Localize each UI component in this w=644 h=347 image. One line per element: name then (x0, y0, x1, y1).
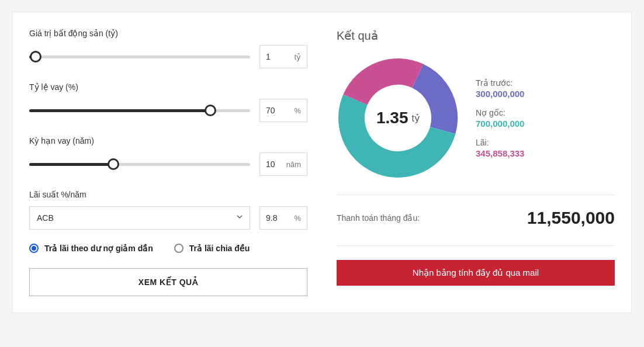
legend-upfront-value: 300,000,000 (476, 89, 524, 99)
radio-equal-label: Trả lãi chia đều (189, 244, 250, 253)
legend-upfront-label: Trả trước: (476, 78, 524, 88)
loan-ratio-unit: % (294, 106, 301, 115)
first-month-row: Thanh toán tháng đầu: 11,550,000 (337, 195, 615, 246)
interest-rate-unit: % (294, 214, 301, 223)
legend-upfront: Trả trước: 300,000,000 (476, 78, 524, 99)
first-month-value: 11,550,000 (527, 208, 615, 228)
legend-interest: Lãi: 345,858,333 (476, 138, 524, 158)
bank-select-value: ACB (37, 213, 54, 223)
property-value-slider[interactable] (29, 51, 250, 63)
loan-ratio-label: Tỷ lệ vay (%) (29, 82, 307, 92)
radio-declining-label: Trả lãi theo dư nợ giảm dần (44, 244, 153, 253)
calculator-container: Giá trị bất động sản (tỷ) tỷ Tỷ lệ vay (… (12, 12, 632, 313)
loan-term-field: Kỳ hạn vay (năm) năm (29, 136, 307, 176)
result-title: Kết quả (337, 29, 615, 43)
loan-term-slider[interactable] (29, 158, 250, 170)
interest-rate-field: Lãi suất %/năm ACB % (29, 190, 307, 230)
interest-rate-input[interactable] (266, 213, 290, 223)
loan-term-label: Kỳ hạn vay (năm) (29, 136, 307, 145)
form-panel: Giá trị bất động sản (tỷ) tỷ Tỷ lệ vay (… (29, 29, 313, 296)
mail-button[interactable]: Nhận bảng tính đầy đủ qua mail (337, 260, 615, 286)
property-value-label: Giá trị bất động sản (tỷ) (29, 29, 307, 38)
loan-term-unit: năm (286, 160, 301, 169)
property-value-input[interactable] (266, 52, 290, 61)
chevron-down-icon (237, 215, 243, 221)
radio-unchecked-icon (174, 244, 183, 253)
donut-total-unit: tỷ (412, 113, 420, 124)
loan-ratio-slider[interactable] (29, 105, 250, 116)
property-value-unit: tỷ (294, 53, 301, 61)
loan-ratio-field: Tỷ lệ vay (%) % (29, 82, 307, 122)
view-result-button[interactable]: XEM KẾT QUẢ (29, 268, 307, 296)
loan-ratio-input[interactable] (266, 106, 290, 115)
payment-type-radios: Trả lãi theo dư nợ giảm dần Trả lãi chia… (29, 244, 307, 253)
radio-equal-payment[interactable]: Trả lãi chia đều (174, 244, 250, 253)
legend-principal-label: Nợ gốc: (476, 108, 524, 117)
legend-interest-label: Lãi: (476, 138, 524, 147)
result-panel: Kết quả 1.35 tỷ Trả trước: (331, 29, 615, 296)
interest-rate-label: Lãi suất %/năm (29, 190, 307, 199)
legend-interest-value: 345,858,333 (476, 148, 524, 158)
result-legend: Trả trước: 300,000,000 Nợ gốc: 700,000,0… (476, 78, 524, 158)
loan-term-input[interactable] (266, 159, 283, 169)
legend-principal-value: 700,000,000 (476, 119, 524, 129)
donut-total-value: 1.35 (376, 109, 408, 127)
bank-select[interactable]: ACB (29, 206, 250, 230)
donut-chart: 1.35 tỷ (337, 57, 459, 179)
legend-principal: Nợ gốc: 700,000,000 (476, 108, 524, 129)
first-month-label: Thanh toán tháng đầu: (337, 213, 420, 223)
radio-checked-icon (29, 244, 39, 253)
result-body: 1.35 tỷ Trả trước: 300,000,000 Nợ gốc: 7… (337, 57, 615, 195)
radio-declining-balance[interactable]: Trả lãi theo dư nợ giảm dần (29, 244, 153, 253)
property-value-field: Giá trị bất động sản (tỷ) tỷ (29, 29, 307, 68)
